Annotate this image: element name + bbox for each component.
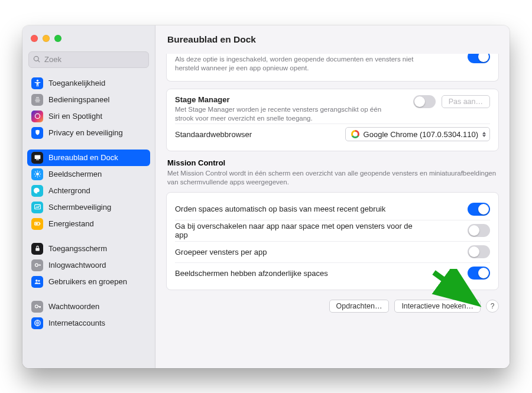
mission-control-row-label: Ga bij overschakelen naar app naar space…	[175, 222, 423, 239]
sidebar-item-label: Inlogwachtwoord	[48, 261, 106, 269]
sidebar-nav: ToegankelijkheidBedieningspaneelSiri en …	[22, 73, 155, 368]
stage-manager-customize-button[interactable]: Pas aan…	[442, 95, 490, 108]
zoom-window-button[interactable]	[54, 35, 61, 42]
mission-control-row-label: Orden spaces automatisch op basis van me…	[175, 204, 385, 213]
wallpaper-icon	[31, 185, 43, 197]
system-settings-window: Zoek ToegankelijkheidBedieningspaneelSir…	[22, 25, 510, 368]
mission-control-section: Mission Control Met Mission Control word…	[166, 158, 499, 290]
mission-control-title: Mission Control	[167, 158, 225, 167]
stage-manager-card: Stage Manager Met Stage Manager worden j…	[166, 89, 499, 151]
mission-control-toggle-1[interactable]	[468, 224, 490, 237]
search-placeholder: Zoek	[44, 55, 61, 64]
sidebar-item-siri[interactable]: Siri en Spotlight	[27, 108, 150, 125]
mission-control-row-label: Groepeer vensters per app	[175, 248, 267, 256]
default-browser-value: Google Chrome (107.0.5304.110)	[364, 130, 478, 139]
svg-rect-2	[34, 155, 40, 159]
window-controls	[22, 25, 155, 51]
sidebar-item-desktop[interactable]: Bureaublad en Dock	[27, 150, 150, 166]
lock-icon	[31, 243, 43, 255]
minimize-window-button[interactable]	[43, 35, 50, 42]
mission-control-row: Orden spaces automatisch op basis van me…	[175, 199, 490, 220]
mission-control-row: Groepeer vensters per app	[175, 241, 490, 262]
sidebar: Zoek ToegankelijkheidBedieningspaneelSir…	[22, 25, 155, 368]
sidebar-item-energy[interactable]: Energiestand	[27, 216, 150, 232]
desktop-icon	[31, 152, 43, 164]
svg-rect-17	[35, 248, 40, 251]
privacy-icon	[31, 127, 43, 139]
svg-point-22	[34, 320, 40, 326]
mission-control-row: Beeldschermen hebben afzonderlijke space…	[175, 262, 490, 284]
svg-point-19	[35, 280, 38, 282]
mission-control-card: Orden spaces automatisch op basis van me…	[166, 192, 499, 290]
internet-icon	[31, 317, 43, 329]
svg-point-20	[38, 280, 40, 282]
sidebar-item-passwords[interactable]: Wachtwoorden	[27, 298, 150, 315]
svg-line-11	[35, 176, 35, 176]
default-browser-label: Standaardwebbrowser	[175, 130, 252, 139]
sidebar-item-label: Beeldschermen	[48, 170, 102, 178]
shortcuts-button[interactable]: Opdrachten…	[329, 300, 390, 313]
hot-corners-button[interactable]: Interactieve hoeken…	[394, 300, 481, 313]
svg-point-0	[36, 80, 38, 82]
sidebar-item-label: Bedieningspaneel	[48, 95, 109, 104]
svg-line-10	[39, 176, 40, 176]
energy-icon	[31, 218, 43, 230]
sidebar-item-users[interactable]: Gebruikers en groepen	[27, 274, 150, 290]
accessibility-icon	[31, 77, 43, 89]
stage-manager-desc: Met Stage Manager worden je recente vens…	[175, 105, 394, 124]
quit-restore-toggle[interactable]	[468, 54, 490, 63]
svg-rect-16	[35, 223, 37, 224]
svg-line-12	[39, 171, 40, 172]
displays-icon	[31, 168, 43, 180]
mission-control-toggle-0[interactable]	[468, 203, 490, 216]
saver-icon	[31, 202, 43, 213]
default-browser-select[interactable]: Google Chrome (107.0.5304.110)	[345, 127, 490, 141]
login-icon	[31, 259, 43, 271]
page-title: Bureaublad en Dock	[155, 25, 510, 54]
passwords-icon	[31, 301, 43, 313]
chevron-updown-icon	[482, 132, 486, 137]
sidebar-item-label: Energiestand	[48, 219, 94, 228]
sidebar-item-displays[interactable]: Beeldschermen	[27, 166, 150, 183]
chrome-icon	[351, 130, 359, 138]
stage-manager-toggle[interactable]	[413, 95, 436, 108]
sidebar-item-label: Internetaccounts	[48, 319, 105, 327]
main-pane: Bureaublad en Dock Als deze optie is ing…	[155, 25, 510, 368]
mission-control-row: Ga bij overschakelen naar app naar space…	[175, 220, 490, 241]
svg-point-18	[35, 264, 38, 267]
mission-control-toggle-3[interactable]	[468, 267, 490, 280]
sidebar-item-wallpaper[interactable]: Achtergrond	[27, 183, 150, 199]
sidebar-item-label: Achtergrond	[48, 186, 90, 195]
search-input[interactable]: Zoek	[28, 51, 149, 68]
sidebar-item-accessibility[interactable]: Toegankelijkheid	[27, 75, 150, 92]
sidebar-item-control[interactable]: Bedieningspaneel	[27, 92, 150, 108]
mission-control-desc: Met Mission Control wordt in één scherm …	[167, 169, 498, 187]
footer-buttons: Opdrachten… Interactieve hoeken… ?	[166, 300, 499, 313]
quit-restore-card: Als deze optie is ingeschakeld, worden g…	[166, 54, 499, 82]
help-button[interactable]: ?	[486, 300, 499, 313]
siri-icon	[31, 111, 43, 122]
mission-control-row-label: Beeldschermen hebben afzonderlijke space…	[175, 269, 328, 278]
sidebar-item-label: Gebruikers en groepen	[48, 277, 127, 286]
sidebar-item-label: Toegankelijkheid	[48, 79, 105, 87]
sidebar-item-lock[interactable]: Toegangsscherm	[27, 241, 150, 257]
svg-line-9	[35, 171, 35, 172]
sidebar-item-privacy[interactable]: Privacy en beveiliging	[27, 125, 150, 141]
sidebar-item-label: Wachtwoorden	[48, 302, 99, 311]
sidebar-item-label: Siri en Spotlight	[48, 112, 102, 121]
mission-control-toggle-2[interactable]	[468, 245, 490, 258]
svg-rect-3	[36, 160, 39, 160]
svg-rect-15	[40, 223, 40, 224]
sidebar-item-internet[interactable]: Internetaccounts	[27, 315, 150, 332]
sidebar-item-label: Toegangsscherm	[48, 244, 107, 253]
search-icon	[33, 56, 41, 63]
sidebar-item-label: Schermbeveiliging	[48, 203, 111, 212]
sidebar-item-label: Bureaublad en Dock	[48, 153, 118, 162]
svg-point-1	[35, 113, 40, 118]
quit-restore-desc: Als deze optie is ingeschakeld, worden g…	[175, 55, 429, 73]
close-window-button[interactable]	[31, 35, 38, 42]
sidebar-item-saver[interactable]: Schermbeveiliging	[27, 199, 150, 216]
sidebar-item-login[interactable]: Inlogwachtwoord	[27, 257, 150, 274]
control-icon	[31, 94, 43, 106]
users-icon	[31, 276, 43, 288]
